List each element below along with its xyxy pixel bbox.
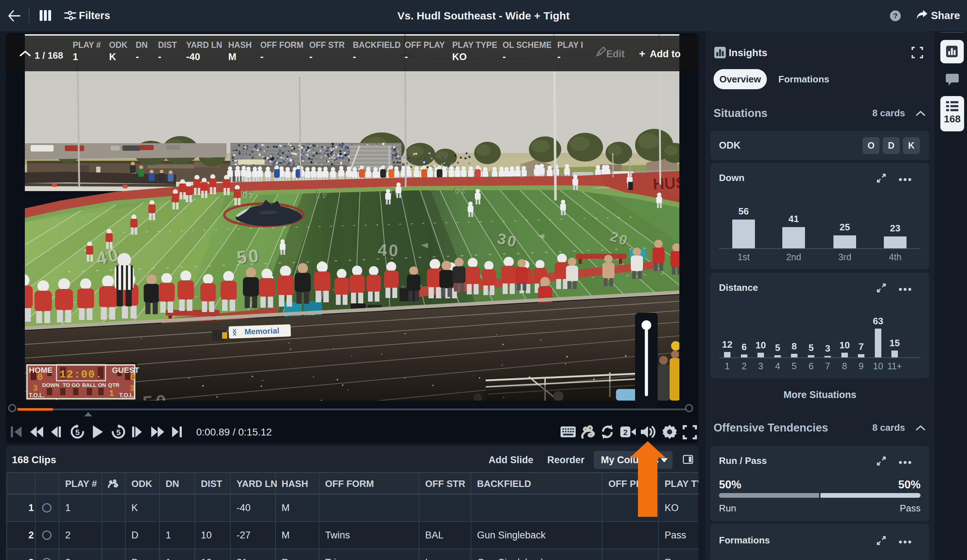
svg-text:1: 1	[109, 389, 114, 399]
svg-text:20: 20	[453, 187, 465, 195]
svg-text:T.O.L.: T.O.L.	[119, 392, 135, 399]
svg-text:40: 40	[241, 190, 253, 199]
svg-text:12:00.: 12:00.	[59, 369, 102, 381]
svg-text:T.O.L.: T.O.L.	[29, 392, 45, 399]
svg-text:?: ?	[893, 12, 898, 20]
svg-text:HUS: HUS	[652, 173, 679, 193]
svg-text:BALL ON: BALL ON	[82, 382, 106, 388]
svg-text:40: 40	[377, 240, 400, 260]
svg-text:0: 0	[37, 372, 43, 383]
svg-text:DOWN: DOWN	[42, 382, 59, 388]
svg-text:Memorial: Memorial	[244, 326, 279, 336]
svg-text:40: 40	[314, 190, 327, 200]
svg-text:50: 50	[142, 391, 170, 400]
svg-text:TO GO: TO GO	[63, 382, 80, 388]
svg-text:50: 50	[236, 245, 261, 268]
svg-text:0: 0	[130, 372, 136, 383]
svg-text:QTR: QTR	[108, 382, 119, 388]
